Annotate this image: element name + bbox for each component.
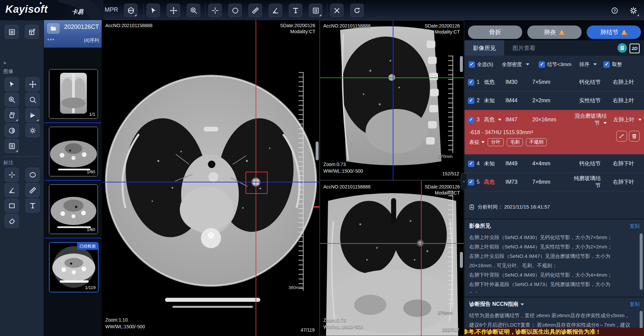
collapse-sidebar-icon[interactable]: « — [3, 60, 6, 66]
series-list-button[interactable] — [5, 25, 19, 39]
select-all-checkbox[interactable]: 全选(5) — [469, 61, 493, 68]
nodule-type: 钙化结节 — [573, 160, 609, 167]
pointer-tool-button[interactable] — [147, 4, 160, 17]
density-filter-dropdown[interactable]: 全部密度 — [502, 61, 529, 68]
window-level-value: WW/WL:1500/-500 — [323, 324, 363, 330]
round-label: 取整 — [612, 61, 622, 68]
sagittal-viewport[interactable]: AccNO:202101158888 SDate:20200126 Modali… — [320, 20, 464, 180]
coronal-scroll-handle[interactable] — [460, 252, 463, 268]
nodule-checkbox[interactable] — [468, 161, 474, 167]
open-study-folder-button[interactable] — [47, 23, 60, 34]
delete-nodule-button[interactable] — [629, 131, 640, 142]
ellipse-annotation-button[interactable] — [25, 168, 40, 182]
task-pneumonia-button[interactable]: 肺炎 — [527, 25, 582, 39]
axial-scroll-handle[interactable] — [316, 142, 319, 160]
pan-tool-button[interactable] — [25, 77, 40, 91]
lung-lobe-dropdown[interactable]: 左肺上叶 — [609, 116, 644, 123]
nodule-checkbox[interactable] — [468, 117, 474, 123]
series-thumbnail-ct-detected[interactable]: 已经检测 1/119 — [49, 242, 99, 292]
brightness-tool-button[interactable] — [25, 123, 40, 137]
nodule-checkbox[interactable] — [468, 79, 474, 86]
nodule-row-5[interactable]: 5 高危 IM73 7×6mm 纯磨玻璃结节 右肺下叶 — [465, 173, 644, 191]
pointer-tool-button[interactable] — [5, 77, 19, 91]
axial-crosshair-horizontal[interactable] — [102, 182, 319, 182]
copy-report-button[interactable]: 复制 — [630, 301, 640, 307]
sagittal-crosshair-vertical[interactable] — [393, 20, 393, 180]
crosshair-tool-button[interactable] — [208, 4, 222, 17]
invert-contrast-tool-button[interactable] — [5, 123, 19, 137]
coronal-crosshair-vertical[interactable] — [421, 181, 422, 336]
checkbox-checked-icon[interactable] — [539, 61, 545, 68]
nodule-row-3-selected[interactable]: 3 高危 IM47 20×16mm 混合磨玻璃结节 左肺上叶 — [465, 110, 644, 155]
zoom-factor: Zoom:0.73 — [323, 318, 346, 323]
trait-tag-lobulated[interactable]: 分叶 — [488, 138, 504, 146]
settings-gear-button[interactable] — [627, 4, 640, 17]
text-annotation-button[interactable] — [289, 4, 302, 17]
follow-up-track-button[interactable] — [616, 131, 627, 142]
nodule-roi-box[interactable] — [246, 172, 268, 194]
crosshair-annotation-button[interactable] — [5, 168, 19, 182]
axial-viewport[interactable]: AccNO:202101158888 SDate:20200126 Modali… — [102, 20, 320, 336]
trait-tag-spiculated[interactable]: 毛刺 — [507, 138, 523, 146]
ellipse-tool-button[interactable] — [228, 4, 242, 17]
round-values-checkbox[interactable]: 取整 — [603, 61, 622, 68]
window-level-button[interactable] — [309, 4, 322, 17]
panel-expand-handle[interactable]: › — [461, 173, 467, 190]
text-annotation-button[interactable] — [25, 199, 40, 213]
report-title-dropdown[interactable]: 诊断报告 NCCN指南 — [469, 301, 524, 308]
sagittal-scroll-handle[interactable] — [460, 56, 463, 72]
brand-star-icon: ✦ — [39, 1, 43, 6]
report-scrollbar[interactable] — [640, 311, 643, 328]
risk-level-dropdown[interactable]: 高危 — [484, 116, 505, 123]
angle-annotation-button[interactable] — [5, 183, 19, 197]
task-fracture-button[interactable]: 骨折 — [468, 25, 522, 39]
series-thumbnail-ct-1[interactable]: 1/60 — [49, 127, 98, 176]
mpr-layout-button[interactable]: MPR — [124, 4, 138, 17]
nodule-type-dropdown[interactable]: 混合磨玻璃结节 — [573, 113, 609, 127]
task-lung-nodule-button[interactable]: 肺结节 — [587, 25, 641, 39]
sagittal-crosshair-horizontal[interactable] — [320, 77, 464, 78]
findings-scrollbar[interactable] — [640, 233, 643, 290]
trait-dropdown[interactable]: 表征 — [469, 139, 485, 146]
sort-dropdown[interactable]: 排序 — [579, 61, 597, 68]
delete-annotation-button[interactable] — [330, 4, 343, 17]
cine-play-tool-button[interactable] — [25, 108, 40, 122]
copy-findings-button[interactable]: 复制 — [630, 223, 640, 229]
ruler-tool-button[interactable] — [249, 4, 262, 17]
pan-tool-button[interactable] — [167, 4, 180, 17]
checkbox-checked-icon[interactable] — [469, 61, 475, 68]
series-thumbnail-scout[interactable]: 1/1 — [49, 69, 98, 119]
tab-imaging-findings[interactable]: 影像所见 — [465, 40, 504, 56]
nodule-checkbox[interactable] — [468, 179, 474, 185]
tab-image-view[interactable]: 图片查看 — [504, 40, 544, 56]
lung-lobe: 右肺上叶 — [609, 97, 644, 104]
nodule-size: 7×5mm — [532, 79, 573, 85]
close-layout-button[interactable] — [25, 25, 39, 39]
trait-tag-irregular[interactable]: 不规则 — [526, 138, 547, 146]
rotate-flip-tool-button[interactable] — [5, 108, 19, 122]
coronal-crosshair-horizontal[interactable] — [320, 243, 464, 244]
nodule-row-2[interactable]: 2 未知 IM44 2×2mm 实性结节 右肺上叶 — [465, 92, 644, 110]
nodule-row-1[interactable]: 1 低危 IM30 7×5mm 钙化结节 右肺上叶 — [465, 73, 644, 92]
angle-tool-button[interactable] — [269, 4, 282, 17]
reset-view-button[interactable] — [350, 4, 364, 17]
series-thumbnail-ct-2[interactable]: 1/60 — [49, 184, 98, 234]
window-presets-button[interactable] — [5, 139, 19, 153]
help-button[interactable]: ? — [608, 4, 621, 17]
rectangle-annotation-button[interactable] — [5, 199, 19, 213]
checkbox-checked-icon[interactable] — [603, 61, 610, 68]
small-nodule-checkbox[interactable]: 结节<3mm — [539, 61, 571, 68]
nodule-row-3-main[interactable]: 3 高危 IM47 20×16mm 混合磨玻璃结节 左肺上叶 — [465, 110, 644, 127]
zoom-factor: Zoom:0.73 — [323, 162, 346, 167]
2d-3d-toggle-icon[interactable]: 2D — [630, 44, 640, 53]
zoom-tool-button[interactable] — [187, 4, 200, 17]
ruler-annotation-button[interactable] — [25, 183, 40, 197]
eraser-annotation-button[interactable] — [5, 214, 19, 228]
nodule-checkbox[interactable] — [468, 98, 474, 104]
coronal-viewport[interactable]: AccNO:202101158888 SDate:20200126 Modali… — [320, 180, 464, 336]
nodule-type: 钙化结节 — [573, 79, 609, 86]
zoom-in-tool-button[interactable] — [5, 93, 19, 107]
nodule-row-4[interactable]: 4 未知 IM49 4×4mm 钙化结节 右肺下叶 — [465, 155, 644, 173]
structured-report-icon[interactable] — [618, 43, 627, 53]
magnify-tool-button[interactable] — [25, 93, 40, 107]
